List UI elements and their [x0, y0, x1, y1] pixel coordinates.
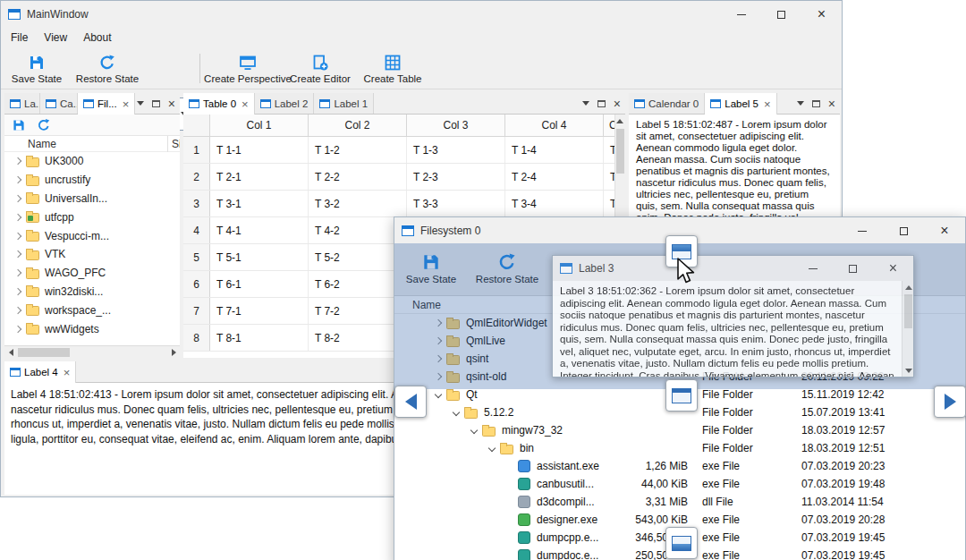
- close-button[interactable]: ×: [801, 1, 842, 28]
- scroll-left-button[interactable]: [4, 346, 17, 358]
- tree-item[interactable]: WAGO_PFC: [4, 264, 180, 283]
- drop-indicator-right[interactable]: [934, 386, 966, 418]
- chevron-right-icon[interactable]: [14, 232, 21, 239]
- row-header[interactable]: 7: [183, 298, 210, 324]
- restore-state-button[interactable]: Restore State: [69, 50, 146, 88]
- table-cell[interactable]: T 2-1: [210, 164, 309, 190]
- table-cell[interactable]: T 3-4: [505, 191, 604, 216]
- table-cell[interactable]: T 3-2: [309, 191, 407, 216]
- chevron-down-icon[interactable]: [470, 427, 478, 434]
- table-cell[interactable]: T 7-2: [309, 298, 407, 324]
- scrollbar-thumb[interactable]: [904, 294, 912, 328]
- label3-window[interactable]: Label 3 × Label 3 18:51:02:362 - Lorem i…: [552, 255, 914, 378]
- left-save-button[interactable]: [10, 116, 28, 134]
- tab-close-icon[interactable]: ×: [764, 98, 771, 111]
- save-state-button[interactable]: Save State: [402, 250, 461, 287]
- tab-label1[interactable]: Label 1: [314, 93, 374, 114]
- table-cell[interactable]: T 3-1: [210, 191, 309, 216]
- chevron-right-icon[interactable]: [435, 319, 442, 327]
- tab-calendar0[interactable]: Calendar 0: [629, 93, 705, 114]
- create-table-button[interactable]: Create Table: [360, 50, 425, 88]
- scroll-up-button[interactable]: [614, 115, 625, 127]
- tab-close-icon[interactable]: ×: [123, 98, 130, 111]
- table-cell[interactable]: T 1-3: [407, 137, 505, 163]
- float-dock-icon[interactable]: [597, 100, 606, 107]
- tree-item[interactable]: win32diski...: [4, 283, 180, 301]
- table-cell[interactable]: T 4-2: [309, 217, 407, 243]
- tree-item[interactable]: UniversalIn...: [4, 190, 180, 208]
- create-perspective-button[interactable]: Create Perspective: [205, 50, 291, 88]
- table-cell[interactable]: T 6-1: [210, 271, 309, 297]
- drop-indicator-left[interactable]: [394, 386, 427, 418]
- column-divider[interactable]: [167, 136, 168, 152]
- table-cell[interactable]: T 1-1: [210, 137, 309, 163]
- minimize-button[interactable]: [842, 217, 883, 244]
- tree-item[interactable]: VTK: [4, 245, 180, 264]
- save-state-button[interactable]: Save State: [6, 50, 67, 88]
- drop-indicator-bottom[interactable]: [665, 527, 698, 559]
- close-dock-icon[interactable]: ×: [614, 98, 621, 110]
- chevron-down-icon[interactable]: [435, 391, 442, 398]
- table-cell[interactable]: T 7-1: [210, 298, 309, 324]
- drop-indicator-center[interactable]: [665, 379, 698, 412]
- tab-label4[interactable]: Label 4×: [4, 361, 76, 383]
- column-header[interactable]: Col 3: [407, 115, 505, 136]
- fs-tree-item[interactable]: designer.exe543,00 KiBexe File07.03.2019…: [394, 511, 965, 529]
- close-dock-icon[interactable]: ×: [168, 98, 175, 110]
- chevron-right-icon[interactable]: [14, 288, 21, 295]
- label3-vertical-scrollbar[interactable]: [902, 281, 913, 377]
- column-header[interactable]: Col 2: [309, 115, 407, 136]
- tab-table0[interactable]: Table 0×: [183, 93, 255, 115]
- tab-calendar[interactable]: Ca...: [40, 93, 78, 114]
- menu-item-about[interactable]: About: [75, 28, 119, 47]
- table-cell[interactable]: T 5-1: [210, 244, 309, 270]
- chevron-right-icon[interactable]: [14, 176, 21, 183]
- left-restore-button[interactable]: [35, 116, 53, 134]
- tree-item[interactable]: Vespucci-m...: [4, 226, 180, 245]
- table-cell[interactable]: T 1-4: [505, 137, 604, 163]
- chevron-right-icon[interactable]: [14, 214, 21, 221]
- left-horizontal-scrollbar[interactable]: [4, 345, 180, 358]
- table-cell[interactable]: T 6-2: [309, 271, 407, 297]
- table-cell[interactable]: T 5-2: [309, 244, 407, 270]
- float-dock-icon[interactable]: [152, 100, 160, 107]
- table-cell[interactable]: T 2-3: [407, 164, 505, 190]
- scrollbar-thumb[interactable]: [616, 129, 624, 174]
- minimize-button[interactable]: [792, 256, 833, 281]
- scroll-right-button[interactable]: [167, 346, 180, 358]
- chevron-down-icon[interactable]: [488, 445, 496, 452]
- column-header-name[interactable]: Name: [412, 299, 441, 311]
- chevron-right-icon[interactable]: [435, 337, 442, 344]
- tab-list-chevron-icon[interactable]: [797, 101, 804, 106]
- table-cell[interactable]: T 1-2: [309, 137, 407, 163]
- tab-label2[interactable]: Label 2: [255, 93, 315, 114]
- fs-tree-item[interactable]: assistant.exe1,26 MiBexe File07.03.2019 …: [394, 457, 965, 475]
- fs-tree-item[interactable]: d3dcompil...3,31 MiBdll File11.03.2014 1…: [394, 493, 965, 511]
- row-header[interactable]: 5: [183, 244, 210, 270]
- scrollbar-thumb[interactable]: [18, 348, 70, 357]
- fs-tree-item[interactable]: canbusutil...44,00 KiBexe File07.03.2019…: [394, 475, 965, 493]
- tree-item[interactable]: utfcpp: [4, 208, 180, 226]
- scroll-down-button[interactable]: [902, 364, 914, 377]
- row-header[interactable]: 4: [183, 217, 210, 243]
- maximize-button[interactable]: [761, 1, 801, 28]
- fs-tree-item[interactable]: mingw73_32File Folder18.03.2019 12:57: [394, 421, 965, 439]
- tab-filesystem[interactable]: Fil...×: [78, 93, 135, 115]
- tab-close-icon[interactable]: ×: [64, 366, 71, 379]
- create-editor-button[interactable]: Create Editor: [285, 50, 355, 88]
- main-titlebar[interactable]: MainWindow ×: [1, 1, 842, 28]
- tree-item[interactable]: wwWidgets: [4, 319, 180, 338]
- close-button[interactable]: ×: [873, 256, 913, 281]
- chevron-right-icon[interactable]: [14, 269, 21, 276]
- close-button[interactable]: ×: [924, 217, 965, 244]
- table-cell[interactable]: T 8-2: [309, 325, 407, 351]
- chevron-right-icon[interactable]: [14, 195, 21, 202]
- chevron-right-icon[interactable]: [14, 250, 21, 258]
- minimize-button[interactable]: [721, 1, 761, 28]
- restore-state-button[interactable]: Restore State: [468, 250, 547, 287]
- chevron-right-icon[interactable]: [435, 373, 442, 380]
- column-header-name[interactable]: Name: [28, 138, 56, 150]
- chevron-right-icon[interactable]: [14, 307, 21, 314]
- tab-labels[interactable]: La...: [4, 93, 40, 114]
- tree-item[interactable]: workspace_...: [4, 301, 180, 319]
